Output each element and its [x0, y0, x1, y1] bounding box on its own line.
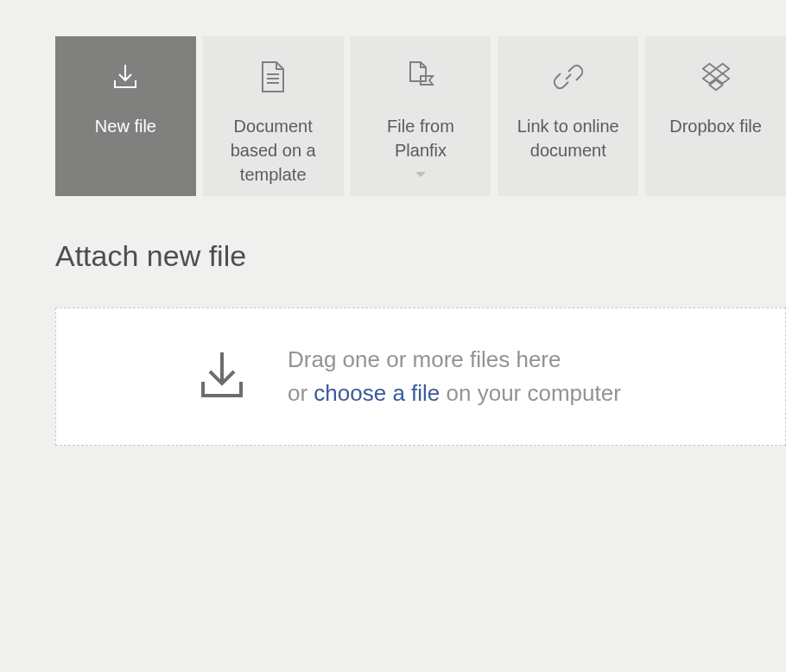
tab-new-file[interactable]: New file: [55, 36, 196, 196]
tab-dropbox-file[interactable]: Dropbox file: [645, 36, 786, 196]
download-icon: [194, 347, 250, 406]
document-icon: [257, 60, 289, 93]
page-heading: Attach new file: [0, 196, 786, 273]
file-flag-icon: [404, 60, 437, 93]
dropzone-text: Drag one or more files here or choose a …: [288, 343, 621, 410]
dropzone-line1: Drag one or more files here: [288, 343, 621, 377]
tab-file-from-planfix[interactable]: File from Planfix: [351, 36, 491, 196]
tab-link-online-document[interactable]: Link to online document: [498, 36, 638, 196]
download-icon: [109, 60, 142, 93]
link-icon: [552, 60, 585, 93]
dropzone-line2: or choose a file on your computer: [288, 377, 621, 410]
choose-file-link[interactable]: choose a file: [314, 380, 440, 406]
file-dropzone[interactable]: Drag one or more files here or choose a …: [55, 307, 786, 446]
chevron-down-icon: [414, 167, 428, 182]
tab-label: File from Planfix: [351, 114, 491, 162]
tab-document-template[interactable]: Document based on a template: [203, 36, 344, 196]
dropbox-icon: [700, 60, 732, 93]
tab-label: Link to online document: [498, 114, 638, 162]
tabs-container: New file Document based on a template Fi…: [0, 0, 786, 196]
tab-label: Dropbox file: [661, 114, 770, 138]
tab-label: New file: [86, 114, 165, 138]
tab-label: Document based on a template: [203, 114, 344, 187]
